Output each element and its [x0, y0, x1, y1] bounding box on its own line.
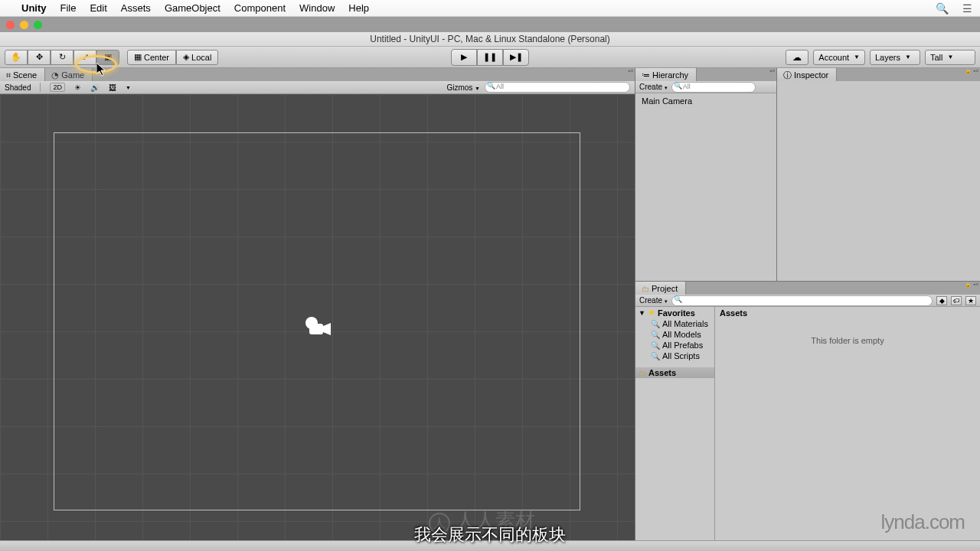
- chevron-down-icon: ▼: [948, 54, 954, 60]
- window-controls: [0, 17, 980, 32]
- project-breadcrumb[interactable]: Assets: [715, 307, 980, 319]
- hierarchy-icon: ≔: [642, 70, 650, 80]
- chevron-down-icon: ▼: [905, 54, 911, 60]
- transform-tools: ✋ ✥ ↻ ⤢ ▣: [5, 50, 119, 65]
- camera-gizmo-icon[interactable]: [303, 315, 334, 341]
- space-toggle[interactable]: ◈Local: [176, 50, 218, 65]
- lighting-icon[interactable]: ☀: [74, 83, 81, 92]
- game-icon: ◔: [51, 70, 59, 80]
- play-controls: ▶ ❚❚ ▶❚: [451, 49, 529, 66]
- rotate-tool-button[interactable]: ↻: [51, 50, 74, 65]
- save-search-icon[interactable]: ★: [965, 296, 976, 305]
- empty-folder-label: This folder is empty: [715, 336, 980, 345]
- layers-dropdown[interactable]: Layers▼: [870, 50, 920, 65]
- shading-dropdown[interactable]: Shaded: [5, 83, 31, 92]
- folder-icon: 🗀: [639, 369, 646, 377]
- fx-icon[interactable]: 🖼: [109, 83, 116, 92]
- tree-assets[interactable]: 🗀Assets: [635, 367, 714, 378]
- tree-favorites[interactable]: ▼★Favorites: [635, 307, 714, 318]
- center-icon: ▦: [134, 52, 142, 62]
- spotlight-icon[interactable]: 🔍: [936, 2, 949, 15]
- video-subtitle: 我会展示不同的板块: [414, 523, 566, 546]
- scene-view-options: Shaded 2D ☀ 🔊 🖼 ▼ Gizmos ▼ All: [0, 81, 635, 94]
- rect-tool-button[interactable]: ▣: [96, 50, 119, 65]
- tree-fav-scripts[interactable]: 🔍All Scripts: [635, 350, 714, 361]
- hierarchy-create-dropdown[interactable]: Create ▾: [639, 83, 668, 91]
- tab-scene[interactable]: ⌗Scene: [0, 68, 45, 81]
- project-panel: 🗀Project 🔒 ▪≡ Create ▾ ◆ 🏷 ★ ▼★Favorites…: [635, 281, 980, 540]
- folder-icon: 🗀: [642, 285, 649, 293]
- search-icon: 🔍: [651, 331, 660, 339]
- panel-options-icon[interactable]: 🔒 ▪≡: [965, 282, 980, 295]
- scene-viewport[interactable]: [0, 94, 635, 540]
- hierarchy-body[interactable]: Main Camera: [635, 93, 776, 281]
- tab-inspector[interactable]: ⓘInspector: [777, 68, 837, 81]
- scene-panel: ⌗Scene ◔Game ▪≡ Shaded 2D ☀ 🔊 🖼 ▼ Gizmos…: [0, 68, 635, 540]
- inspector-icon: ⓘ: [783, 70, 792, 81]
- menu-app[interactable]: Unity: [21, 2, 47, 14]
- search-by-type-icon[interactable]: ◆: [936, 296, 947, 305]
- tree-fav-materials[interactable]: 🔍All Materials: [635, 318, 714, 329]
- menu-assets[interactable]: Assets: [121, 2, 151, 14]
- menu-edit[interactable]: Edit: [90, 2, 106, 14]
- inspector-panel: ⓘInspector 🔒 ▪≡: [777, 68, 980, 281]
- pivot-space-group: ▦Center ◈Local: [127, 50, 218, 65]
- step-button[interactable]: ▶❚: [503, 49, 529, 66]
- pivot-toggle[interactable]: ▦Center: [127, 50, 176, 65]
- move-tool-button[interactable]: ✥: [28, 50, 51, 65]
- search-by-label-icon[interactable]: 🏷: [951, 296, 962, 305]
- minimize-window-button[interactable]: [20, 21, 28, 29]
- local-icon: ◈: [183, 52, 189, 62]
- tab-project[interactable]: 🗀Project: [635, 282, 686, 295]
- project-create-dropdown[interactable]: Create ▾: [639, 296, 668, 305]
- scale-tool-button[interactable]: ⤢: [74, 50, 96, 65]
- project-content[interactable]: Assets This folder is empty: [715, 307, 980, 540]
- chevron-down-icon: ▼: [854, 54, 860, 60]
- layout-dropdown[interactable]: Tall▼: [925, 50, 975, 65]
- scene-icon: ⌗: [6, 70, 11, 80]
- search-icon: 🔍: [651, 341, 660, 350]
- account-dropdown[interactable]: Account▼: [813, 50, 865, 65]
- hierarchy-item-main-camera[interactable]: Main Camera: [642, 96, 770, 106]
- star-icon: ★: [648, 308, 655, 318]
- hierarchy-panel: ≔Hierarchy ▪≡ Create ▾ All Main Camera: [635, 68, 777, 281]
- svg-rect-1: [309, 324, 323, 334]
- zoom-window-button[interactable]: [34, 21, 42, 29]
- scene-search-input[interactable]: All: [485, 82, 630, 93]
- tab-hierarchy[interactable]: ≔Hierarchy: [635, 68, 697, 81]
- play-button[interactable]: ▶: [451, 49, 477, 66]
- tree-fav-prefabs[interactable]: 🔍All Prefabs: [635, 340, 714, 350]
- menu-window[interactable]: Window: [299, 2, 335, 14]
- 2d-toggle[interactable]: 2D: [50, 83, 65, 92]
- menu-component[interactable]: Component: [234, 2, 286, 14]
- macos-menubar: Unity File Edit Assets GameObject Compon…: [0, 0, 980, 17]
- menu-file[interactable]: File: [60, 2, 77, 14]
- search-icon: 🔍: [651, 352, 660, 360]
- panel-options-icon[interactable]: ▪≡: [628, 68, 635, 81]
- menu-list-icon[interactable]: ☰: [962, 2, 972, 15]
- search-icon: 🔍: [651, 320, 660, 328]
- watermark-lynda: lynda.com: [881, 510, 965, 534]
- window-title: Untitled - UnityUI - PC, Mac & Linux Sta…: [0, 32, 980, 47]
- project-search-input[interactable]: [671, 295, 933, 306]
- close-window-button[interactable]: [6, 21, 15, 29]
- pause-button[interactable]: ❚❚: [477, 49, 503, 66]
- menu-help[interactable]: Help: [348, 2, 369, 14]
- project-tree[interactable]: ▼★Favorites 🔍All Materials 🔍All Models 🔍…: [635, 307, 715, 540]
- hierarchy-search-input[interactable]: All: [671, 82, 756, 93]
- panel-options-icon[interactable]: 🔒 ▪≡: [965, 68, 980, 81]
- fx-dropdown-icon[interactable]: ▼: [126, 85, 131, 90]
- cloud-button[interactable]: ☁: [786, 50, 808, 65]
- tree-fav-models[interactable]: 🔍All Models: [635, 329, 714, 340]
- menu-gameobject[interactable]: GameObject: [165, 2, 220, 14]
- panel-options-icon[interactable]: ▪≡: [769, 68, 776, 81]
- inspector-body: [777, 81, 980, 281]
- hand-tool-button[interactable]: ✋: [5, 50, 28, 65]
- audio-icon[interactable]: 🔊: [90, 83, 100, 92]
- unity-toolbar: ✋ ✥ ↻ ⤢ ▣ ▦Center ◈Local ▶ ❚❚ ▶❚ ☁ Accou…: [0, 47, 980, 68]
- gizmos-dropdown[interactable]: Gizmos ▼: [446, 83, 480, 92]
- tab-game[interactable]: ◔Game: [45, 68, 93, 81]
